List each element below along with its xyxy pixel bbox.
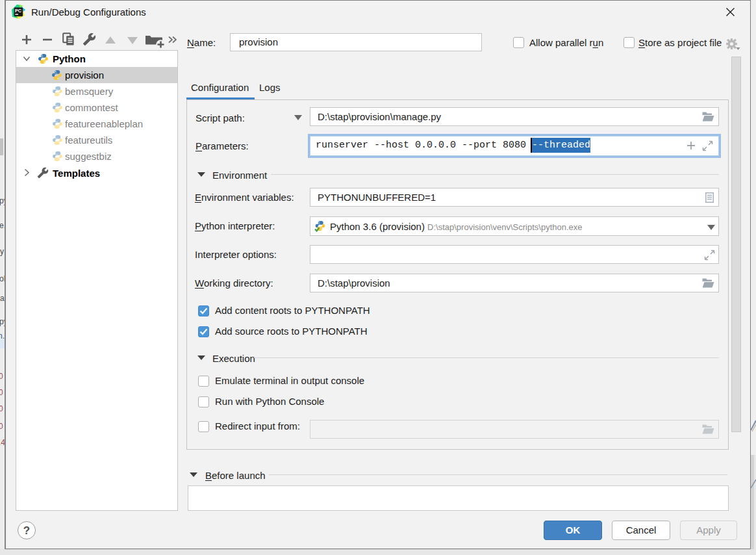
svg-text:PC: PC	[15, 8, 21, 14]
